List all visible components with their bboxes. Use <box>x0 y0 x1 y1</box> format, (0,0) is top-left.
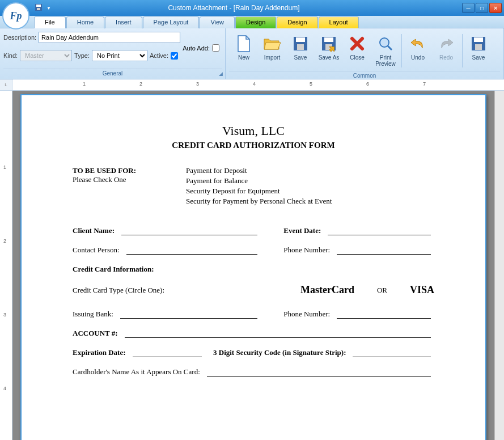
save-icon-2 <box>469 35 488 53</box>
type-label: Type: <box>74 52 90 59</box>
security-code-label: 3 Digit Security Code (in Signature Stri… <box>213 348 346 357</box>
visa-text: VISA <box>410 284 434 296</box>
app-icon[interactable]: Fp <box>2 2 29 29</box>
new-label: New <box>238 54 249 61</box>
vertical-scrollbar[interactable] <box>494 91 504 440</box>
svg-rect-1 <box>36 5 41 7</box>
close-label: Close <box>350 54 365 61</box>
vruler-tick: 4 <box>3 386 6 391</box>
undo-label: Undo <box>411 54 425 61</box>
ruler-tick: 3 <box>196 81 199 87</box>
document-page[interactable]: Visum, LLC CREDIT CARD AUTHORIZATION FOR… <box>20 94 486 440</box>
autoadd-checkbox[interactable] <box>212 44 219 52</box>
cc-type-label: Credit Card Type (Circle One): <box>73 286 300 295</box>
minimize-button[interactable]: ─ <box>462 3 475 13</box>
magnifier-icon <box>376 35 395 53</box>
issuing-bank-label: Issuing Bank: <box>73 310 113 319</box>
usage-option: Security Deposit for Equipment <box>186 187 434 196</box>
tab-layout[interactable]: Layout <box>319 16 359 28</box>
active-label: Active: <box>150 52 168 59</box>
account-label: ACCOUNT #: <box>73 329 118 338</box>
save-as-button[interactable]: Save As <box>315 32 342 70</box>
tab-home[interactable]: Home <box>66 16 104 28</box>
close-button[interactable]: ✕ <box>489 3 502 13</box>
tab-design-2[interactable]: Design <box>277 16 317 28</box>
group-expand-general[interactable]: ◢ <box>217 71 224 78</box>
undo-icon <box>409 35 427 53</box>
svg-rect-2 <box>37 8 40 10</box>
mastercard-text: MasterCard <box>300 284 354 296</box>
save-as-label: Save As <box>319 54 340 61</box>
blank-line <box>133 349 202 357</box>
blank-line <box>207 369 431 376</box>
redo-button: Redo <box>433 32 460 70</box>
ruler-corner: L <box>0 79 12 90</box>
window-title: Custom Attachment - [Rain Day Addendum] <box>51 4 462 12</box>
save-button[interactable]: Save <box>287 32 314 70</box>
title-bar: Fp ▼ Custom Attachment - [Rain Day Adden… <box>0 0 504 16</box>
new-button[interactable]: New <box>230 32 257 70</box>
open-folder-icon <box>263 35 281 53</box>
close-x-icon <box>348 35 366 53</box>
or-text: OR <box>377 286 387 295</box>
autoadd-label: Auto Add: <box>183 45 210 52</box>
used-for-label: TO BE USED FOR: <box>73 166 186 175</box>
ruler-tick: 4 <box>253 81 256 87</box>
import-button[interactable]: Import <box>259 32 286 70</box>
blank-line <box>121 227 257 235</box>
blank-line <box>328 227 431 235</box>
vruler-tick: 2 <box>3 238 6 244</box>
close-doc-button[interactable]: Close <box>344 32 371 70</box>
svg-rect-13 <box>475 44 482 50</box>
vertical-ruler[interactable]: 1 2 3 4 <box>0 91 12 440</box>
qat-save-icon[interactable] <box>34 3 43 13</box>
vruler-tick: 3 <box>3 312 6 318</box>
svg-line-10 <box>388 46 392 50</box>
company-name: Visum, LLC <box>73 124 434 138</box>
save-button-2[interactable]: Save <box>465 32 492 70</box>
description-label: Description: <box>3 34 36 41</box>
redo-label: Redo <box>439 54 453 61</box>
cardholder-label: Cardholder's Name As it Appears On Card: <box>73 367 200 376</box>
check-one-label: Please Check One <box>73 175 186 184</box>
blank-line <box>353 349 431 357</box>
form-title: CREDIT CARD AUTHORIZATION FORM <box>73 141 434 150</box>
tab-file[interactable]: File <box>34 16 66 28</box>
svg-rect-12 <box>474 37 483 42</box>
ruler-tick: 5 <box>310 81 312 87</box>
save-label: Save <box>294 54 307 61</box>
client-name-label: Client Name: <box>73 226 115 235</box>
ruler-tick: 7 <box>423 81 426 87</box>
tab-design-1[interactable]: Design <box>235 16 276 28</box>
usage-option: Security for Payment by Personal Check a… <box>186 197 434 206</box>
tab-page-layout[interactable]: Page Layout <box>143 16 200 28</box>
maximize-button[interactable]: □ <box>476 3 488 13</box>
blank-line <box>125 330 431 338</box>
expiration-label: Expiration Date: <box>73 348 126 357</box>
blank-line <box>120 311 257 319</box>
print-preview-button[interactable]: Print Preview <box>372 32 399 70</box>
blank-line <box>337 311 431 319</box>
svg-rect-7 <box>324 37 333 42</box>
event-date-label: Event Date: <box>283 226 321 235</box>
active-checkbox[interactable] <box>171 52 178 60</box>
tab-insert[interactable]: Insert <box>105 16 142 28</box>
description-input[interactable] <box>39 32 180 43</box>
contact-person-label: Contact Person: <box>73 246 120 255</box>
type-select[interactable]: No Print <box>92 50 147 61</box>
blank-line <box>337 247 431 255</box>
svg-rect-5 <box>297 44 304 50</box>
group-label-common: Common <box>229 71 500 79</box>
document-area: 1 2 3 4 Visum, LLC CREDIT CARD AUTHORIZA… <box>0 91 504 440</box>
ribbon-group-common: New Import Save Save As Close Print Prev… <box>226 28 504 79</box>
qat-dropdown-icon[interactable]: ▼ <box>46 6 51 11</box>
phone-number-label: Phone Number: <box>283 246 330 255</box>
kind-label: Kind: <box>3 52 18 59</box>
horizontal-ruler[interactable]: 1 2 3 4 5 6 7 <box>12 79 504 90</box>
document-canvas[interactable]: Visum, LLC CREDIT CARD AUTHORIZATION FOR… <box>12 91 494 440</box>
blank-line <box>126 247 258 255</box>
ruler-tick: 2 <box>139 81 142 87</box>
tab-view[interactable]: View <box>200 16 235 28</box>
undo-button[interactable]: Undo <box>404 32 431 70</box>
ribbon: Description: Kind: Master Type: No Print… <box>0 28 504 79</box>
